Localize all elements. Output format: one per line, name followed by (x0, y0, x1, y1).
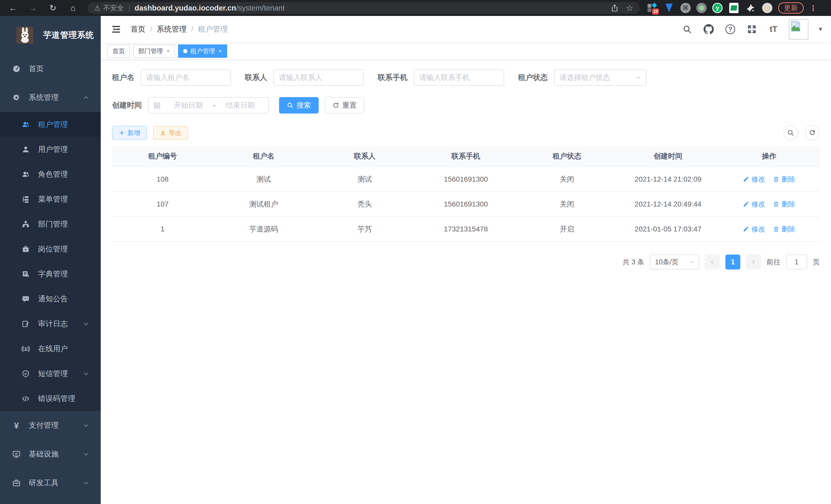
command-extension-icon[interactable]: ⌘ (681, 3, 691, 13)
browser-forward-icon[interactable]: → (27, 2, 38, 13)
sidebar-item-infrastructure[interactable]: 基础设施 (0, 440, 101, 469)
sidebar-item-menu-management[interactable]: 菜单管理 (0, 187, 101, 212)
add-button[interactable]: 新增 (112, 126, 147, 140)
refresh-table-icon[interactable] (805, 125, 820, 140)
cell-mobile: 15601691300 (415, 192, 516, 216)
browser-update-button[interactable]: 更新 (778, 2, 804, 13)
delete-link[interactable]: 删除 (773, 175, 795, 184)
kite-extension-icon[interactable] (663, 2, 675, 13)
sidebar-item-role-management[interactable]: 角色管理 (0, 162, 101, 187)
tag-home[interactable]: 首页 (107, 45, 130, 58)
sidebar-item-dev-tools[interactable]: 研发工具 (0, 469, 101, 497)
page-number-1[interactable]: 1 (725, 255, 740, 269)
sidebar-item-notice[interactable]: 通知公告 (0, 287, 101, 312)
sidebar-item-dept-management[interactable]: 部门管理 (0, 212, 101, 237)
tenant-table: 租户编号租户名联系人联系手机租户状态创建时间操作 108测试测试15601691… (112, 146, 820, 242)
y-extension-icon[interactable]: y (712, 3, 722, 13)
chevron-down-icon (83, 480, 89, 486)
create-time-range-picker[interactable]: 开始日期 - 结束日期 (148, 97, 269, 114)
page-size-select[interactable]: 10条/页 (650, 255, 699, 269)
sidebar-item-online-users[interactable]: 在线用户 (0, 336, 101, 361)
sidebar-item-label: 研发工具 (29, 478, 59, 488)
next-page-button[interactable] (746, 255, 761, 269)
prev-page-button[interactable] (705, 255, 720, 269)
reset-button[interactable]: 重置 (325, 97, 364, 114)
cell-contact: 测试 (314, 167, 415, 191)
browser-back-icon[interactable]: ← (7, 2, 19, 13)
sidebar-item-tenant-management[interactable]: 租户管理 (0, 112, 101, 137)
contact-input[interactable] (274, 69, 364, 86)
user-avatar[interactable] (789, 19, 808, 39)
monitor-icon (12, 449, 21, 459)
chat-extension-icon[interactable] (728, 2, 740, 13)
sidebar-item-home[interactable]: 首页 (0, 55, 101, 83)
delete-link[interactable]: 删除 (773, 225, 795, 234)
mobile-input[interactable] (414, 69, 504, 86)
edit-link[interactable]: 修改 (743, 200, 765, 209)
security-warning-icon[interactable]: ⚠ (94, 4, 101, 12)
hide-search-icon[interactable] (783, 125, 798, 140)
url-bar[interactable]: ⚠ 不安全 dashboard.yudao.iocoder.cn/system/… (87, 2, 640, 14)
cell-create_time: 2021-12-14 21:02:09 (618, 167, 718, 191)
sidebar-item-audit-log[interactable]: 审计日志 (0, 312, 101, 336)
page-content: 租户名 联系人 联系手机 租户状态 请选择租户状态 (101, 60, 831, 504)
sidebar-item-user-management[interactable]: 用户管理 (0, 137, 101, 162)
cell-contact: 秃头 (314, 192, 415, 216)
end-date-placeholder[interactable]: 结束日期 (217, 100, 264, 110)
export-button[interactable]: 导出 (153, 126, 188, 140)
browser-home-icon[interactable]: ⌂ (67, 2, 79, 13)
breadcrumb-home[interactable]: 首页 (131, 24, 145, 34)
goto-suffix: 页 (813, 258, 820, 267)
github-icon[interactable] (703, 23, 715, 35)
start-date-placeholder[interactable]: 开始日期 (165, 100, 211, 110)
browser-menu-icon[interactable]: ⋮ (809, 4, 814, 12)
sidebar-collapse-icon[interactable] (111, 24, 122, 35)
sidebar-item-payment-management[interactable]: ¥支付管理 (0, 411, 101, 440)
cell-operations: 修改删除 (719, 167, 820, 191)
avatar-dropdown-caret-icon[interactable]: ▼ (818, 26, 823, 33)
header-search-icon[interactable] (681, 23, 693, 35)
sidebar-item-label: 租户管理 (38, 119, 68, 130)
share-icon[interactable] (609, 3, 620, 13)
help-icon[interactable]: ? (724, 23, 737, 35)
close-icon[interactable]: × (219, 48, 222, 55)
extension-icons: 10 ⌘ y ☺ 更新 ⋮ (647, 2, 814, 13)
close-icon[interactable]: × (167, 48, 170, 55)
tags-view-bar: 首页部门管理×租户管理× (101, 42, 831, 60)
toolbox-icon (12, 478, 21, 487)
app-logo-row[interactable]: 芋道管理系统 (0, 16, 101, 55)
sidebar-item-error-code-management[interactable]: 错误码管理 (0, 386, 101, 411)
breadcrumb-current: 租户管理 (198, 24, 228, 34)
message-icon (21, 294, 30, 304)
edit-link[interactable]: 修改 (743, 225, 765, 234)
tag-tenant-management[interactable]: 租户管理× (178, 45, 227, 58)
profile-avatar-icon[interactable]: ☺ (762, 3, 772, 13)
sidebar-item-system-management[interactable]: 系统管理 (0, 83, 101, 112)
column-header: 租户状态 (516, 146, 618, 167)
browser-reload-icon[interactable]: ↻ (47, 2, 59, 13)
recorder-extension-icon[interactable] (696, 3, 707, 13)
sidebar-item-label: 部门管理 (38, 219, 68, 229)
column-header: 租户编号 (112, 146, 213, 167)
font-size-icon[interactable]: tT (767, 23, 780, 35)
fullscreen-icon[interactable] (746, 23, 758, 35)
goto-page-input[interactable] (786, 255, 807, 269)
chevron-up-icon (83, 94, 89, 101)
sidebar-item-post-management[interactable]: 岗位管理 (0, 237, 101, 262)
extensions-puzzle-icon[interactable] (745, 2, 756, 13)
bookmark-star-icon[interactable]: ☆ (624, 3, 635, 13)
sidebar-item-label: 错误码管理 (38, 393, 75, 404)
sidebar-item-sms-management[interactable]: 短信管理 (0, 361, 101, 386)
cell-status: 开启 (516, 217, 618, 241)
extension-grid-icon[interactable]: 10 (647, 2, 658, 13)
breadcrumb-system[interactable]: 系统管理 (157, 24, 187, 34)
edit-link[interactable]: 修改 (743, 175, 765, 184)
tag-dept-management[interactable]: 部门管理× (133, 45, 175, 58)
sidebar-item-dict-management[interactable]: 字典管理 (0, 262, 101, 287)
search-button[interactable]: 搜索 (279, 97, 319, 114)
screen: ← → ↻ ⌂ ⚠ 不安全 dashboard.yudao.iocoder.cn… (0, 0, 831, 504)
sidebar-item-label: 字典管理 (38, 269, 68, 279)
delete-link[interactable]: 删除 (773, 200, 795, 209)
status-select[interactable]: 请选择租户状态 (554, 69, 647, 86)
tenant-name-input[interactable] (141, 69, 231, 86)
